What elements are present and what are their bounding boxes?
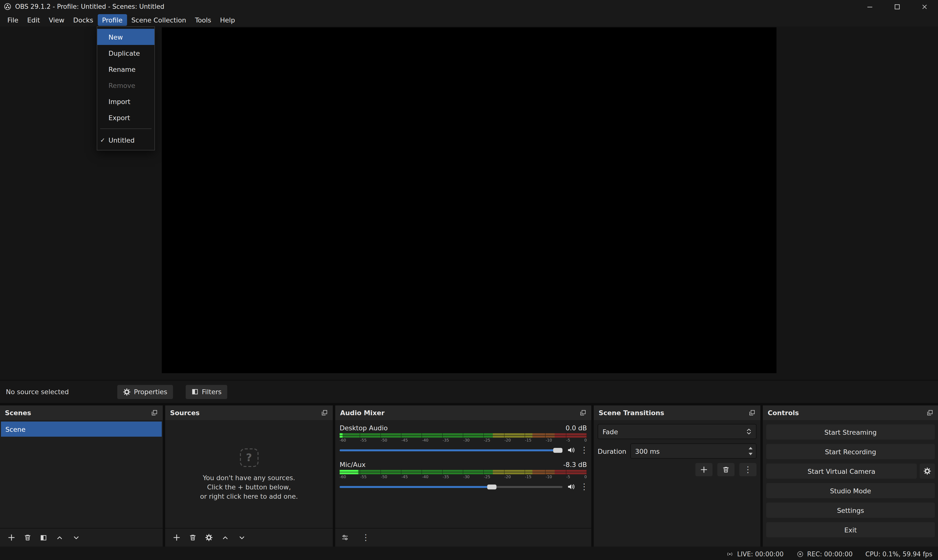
properties-button[interactable]: Properties — [117, 385, 173, 399]
volume-slider[interactable] — [340, 449, 562, 451]
preview-canvas[interactable] — [162, 27, 776, 373]
scenes-toolbar — [0, 528, 163, 546]
scene-list-item[interactable]: Scene — [1, 422, 162, 437]
move-scene-up-button[interactable] — [56, 534, 63, 541]
mixer-options-button[interactable]: ⋮ — [362, 533, 368, 542]
exit-button[interactable]: Exit — [766, 522, 935, 537]
menu-profile[interactable]: Profile — [97, 14, 127, 26]
spinner-arrows-icon[interactable] — [749, 447, 753, 455]
add-scene-button[interactable] — [8, 534, 15, 541]
spin-down-icon[interactable] — [749, 453, 753, 455]
sources-empty-line: Click the + button below, — [207, 483, 291, 492]
remove-scene-button[interactable] — [24, 534, 31, 541]
add-transition-button[interactable] — [695, 463, 713, 476]
menu-scene-collection[interactable]: Scene Collection — [127, 14, 190, 26]
tick-label: -25 — [484, 438, 490, 443]
move-scene-down-button[interactable] — [72, 534, 80, 541]
profile-menu-item-new[interactable]: New — [97, 29, 154, 45]
profile-menu-item-rename[interactable]: Rename — [97, 61, 154, 77]
minimize-button[interactable] — [856, 0, 884, 13]
tick-label: -25 — [484, 475, 490, 479]
spin-up-icon[interactable] — [749, 447, 753, 449]
volume-slider-handle[interactable] — [487, 484, 496, 489]
scenes-dock-header: Scenes — [0, 405, 163, 420]
menu-view[interactable]: View — [45, 14, 69, 26]
speaker-icon[interactable] — [567, 446, 576, 454]
record-icon — [796, 550, 804, 558]
properties-label: Properties — [134, 388, 167, 395]
studio-mode-button[interactable]: Studio Mode — [766, 483, 935, 498]
scene-transitions-dock: Scene Transitions Fade Duration 300 ms — [594, 405, 760, 546]
gear-icon — [123, 388, 131, 395]
sources-empty-state: ? You don't have any sources. Click the … — [165, 448, 333, 501]
profile-menu: New Duplicate Rename Remove Import Expor… — [97, 26, 155, 151]
channel-options-button[interactable]: ⋮ — [580, 446, 587, 454]
menu-tools[interactable]: Tools — [191, 14, 216, 26]
profile-menu-item-untitled[interactable]: ✓ Untitled — [97, 132, 154, 148]
sources-empty-line: You don't have any sources. — [203, 473, 295, 483]
transitions-title: Scene Transitions — [599, 409, 664, 417]
audio-mixer-title: Audio Mixer — [340, 409, 385, 417]
filters-button[interactable]: Filters — [186, 385, 228, 399]
virtual-camera-settings-button[interactable] — [920, 463, 935, 478]
start-streaming-button[interactable]: Start Streaming — [766, 425, 935, 440]
tick-label: -60 — [340, 475, 346, 479]
close-button[interactable] — [911, 0, 938, 13]
duration-spinbox[interactable]: 300 ms — [630, 443, 756, 458]
sources-empty-line: or right click here to add one. — [200, 492, 298, 501]
tick-label: -40 — [422, 475, 428, 479]
add-source-button[interactable] — [173, 534, 180, 541]
tick-label: 0 — [584, 475, 587, 479]
channel-level-db: 0.0 dB — [566, 424, 587, 432]
controls-title: Controls — [768, 409, 799, 417]
start-recording-button[interactable]: Start Recording — [766, 444, 935, 459]
controls-header: Controls — [763, 405, 938, 420]
channel-options-button[interactable]: ⋮ — [580, 483, 587, 491]
mixer-channels: Desktop Audio 0.0 dB -60-55-50-45-40-35-… — [335, 420, 591, 528]
move-source-up-button[interactable] — [221, 534, 229, 541]
channel-name: Mic/Aux — [340, 461, 365, 468]
sources-dock-title: Sources — [170, 409, 200, 417]
menu-docks[interactable]: Docks — [69, 14, 98, 26]
popout-icon[interactable] — [749, 409, 755, 416]
profile-menu-item-import[interactable]: Import — [97, 93, 154, 109]
tick-label: -55 — [360, 438, 367, 443]
transition-options-button[interactable]: ⋮ — [739, 463, 756, 476]
tick-label: -10 — [545, 438, 552, 443]
advanced-audio-icon[interactable] — [341, 534, 349, 541]
popout-icon[interactable] — [927, 409, 933, 416]
speaker-icon[interactable] — [567, 483, 576, 491]
tick-label: -5 — [566, 438, 570, 443]
audio-mixer-dock: Audio Mixer Desktop Audio 0.0 dB -60-55-… — [335, 405, 591, 546]
filters-label: Filters — [202, 388, 222, 395]
menubar: File Edit View Docks Profile Scene Colle… — [0, 13, 938, 26]
tick-label: -60 — [340, 438, 346, 443]
move-source-down-button[interactable] — [238, 534, 246, 541]
start-virtual-camera-button[interactable]: Start Virtual Camera — [766, 463, 917, 478]
remove-source-button[interactable] — [189, 534, 196, 541]
volume-slider-handle[interactable] — [553, 448, 562, 452]
profile-menu-item-export[interactable]: Export — [97, 109, 154, 126]
maximize-button[interactable] — [884, 0, 911, 13]
settings-button[interactable]: Settings — [766, 503, 935, 518]
remove-transition-button[interactable] — [717, 463, 735, 476]
volume-slider[interactable] — [340, 486, 562, 488]
rec-time: REC: 00:00:00 — [807, 550, 852, 558]
popout-icon[interactable] — [321, 409, 328, 416]
profile-menu-item-untitled-label: Untitled — [108, 136, 135, 144]
scene-filters-button[interactable] — [40, 534, 47, 541]
popout-icon[interactable] — [579, 409, 587, 416]
obs-window: OBS 29.1.2 - Profile: Untitled - Scenes:… — [0, 0, 938, 560]
source-list[interactable]: ? You don't have any sources. Click the … — [165, 420, 333, 528]
level-meter — [340, 470, 587, 474]
audio-mixer-header: Audio Mixer — [335, 405, 591, 420]
profile-menu-item-duplicate[interactable]: Duplicate — [97, 45, 154, 61]
transition-select[interactable]: Fade — [598, 424, 756, 439]
popout-icon[interactable] — [151, 409, 158, 416]
menu-edit[interactable]: Edit — [23, 14, 44, 26]
mixer-toolbar: ⋮ — [335, 528, 591, 546]
source-properties-button[interactable] — [205, 534, 213, 541]
menu-file[interactable]: File — [3, 14, 23, 26]
chevron-updown-icon — [746, 428, 752, 436]
menu-help[interactable]: Help — [216, 14, 239, 26]
